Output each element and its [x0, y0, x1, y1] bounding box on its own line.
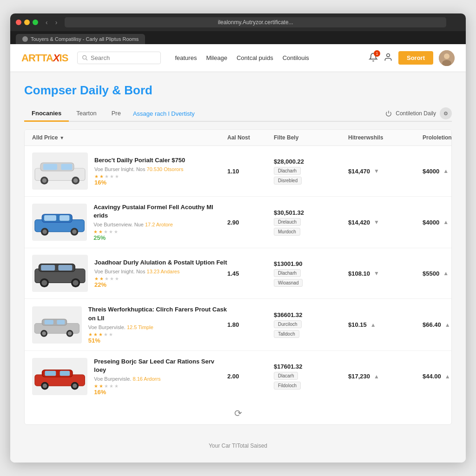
page-footer: Your Car TITotal Saised	[10, 436, 466, 456]
tab-pre[interactable]: Pre	[104, 106, 128, 122]
car-link[interactable]: 17.2 Arotore	[145, 222, 173, 227]
col5-cell: $4000 ▲	[423, 167, 452, 175]
col4-up-button[interactable]: ▲	[370, 321, 377, 329]
cell-tag: Murdoch	[274, 228, 300, 236]
col5-cell: $66.40 ▲	[423, 321, 452, 329]
table-header: Alld Price ▼ Aal Nost Filte Bely Hitreer…	[25, 130, 451, 146]
svg-point-46	[73, 383, 77, 388]
sort-button[interactable]: Sorort	[398, 51, 433, 65]
star-filled-icon: ★	[99, 229, 103, 234]
col3-price: $17601.32	[274, 363, 348, 370]
cell-tag: Disrebled	[274, 177, 302, 185]
col4-down-button[interactable]: ▼	[373, 269, 380, 278]
close-button[interactable]	[16, 20, 21, 25]
minimize-button[interactable]	[24, 20, 30, 25]
col3-tags: DlacarhFildoloch	[274, 372, 348, 390]
col3-tags: DrelauchMurdoch	[274, 218, 348, 236]
col5-up-button[interactable]: ▲	[442, 218, 450, 226]
svg-point-38	[68, 331, 72, 335]
car-image	[32, 204, 87, 241]
car-name: Beroc't Dailly Porialt Caler $750	[94, 156, 185, 165]
car-info: Threis Werforkhuptica: Clirch Farers Pro…	[32, 305, 227, 344]
search-icon	[82, 55, 88, 61]
nav-home[interactable]: features	[175, 54, 197, 61]
cell-tag: Dlacarh	[274, 372, 298, 380]
star-empty-icon: ★	[114, 383, 119, 389]
col4-down-button[interactable]: ▼	[373, 218, 380, 226]
nav-contcal[interactable]: Contcal puids	[237, 54, 273, 61]
cell-tag: Fildoloch	[274, 382, 301, 390]
col4-cell: $108.10 ▼	[348, 269, 423, 278]
user-icon	[383, 53, 393, 62]
car-info: Acavingy Pustaial Formel Fell Acouthy MI…	[32, 203, 227, 241]
star-empty-icon: ★	[110, 174, 114, 179]
col5-up-button[interactable]: ▲	[442, 167, 450, 175]
car-name: Joadhoar Durly Alulation & Postalt Uptio…	[94, 258, 227, 267]
col2-value: 1.45	[227, 270, 274, 277]
forward-button[interactable]: ›	[53, 18, 60, 27]
star-empty-icon: ★	[105, 276, 109, 281]
col4-price: $17,230	[348, 373, 370, 380]
svg-point-2	[387, 53, 390, 57]
nav-links: features Mileage Contcal puids Contiloui…	[175, 54, 359, 61]
star-empty-icon: ★	[104, 229, 108, 234]
svg-rect-26	[58, 265, 72, 271]
load-more[interactable]: ⟳	[25, 402, 451, 424]
col5-cell: $4000 ▲	[423, 218, 452, 226]
load-more-icon[interactable]: ⟳	[234, 408, 242, 419]
car-link[interactable]: 13.23 Andares	[147, 269, 180, 274]
maximize-button[interactable]	[33, 20, 38, 25]
table-row: Acavingy Pustaial Formel Fell Acouthy MI…	[25, 197, 451, 248]
star-filled-icon: ★	[88, 332, 93, 337]
nav-mileage[interactable]: Mileage	[206, 54, 227, 61]
logo-text: ARTTA	[21, 52, 53, 64]
notification-badge: 1	[374, 50, 380, 57]
tab-features[interactable]: Fnocanies	[24, 106, 69, 122]
car-percent: 22%	[94, 281, 227, 288]
col5-up-button[interactable]: ▲	[444, 372, 451, 381]
power-icon	[385, 110, 392, 117]
search-input[interactable]	[91, 54, 156, 61]
car-percent: 16%	[94, 179, 185, 186]
user-icon-button[interactable]	[383, 53, 393, 64]
avatar[interactable]	[439, 50, 455, 66]
col4-down-button[interactable]: ▼	[373, 167, 380, 175]
star-empty-icon: ★	[109, 383, 113, 389]
svg-point-30	[73, 280, 79, 286]
car-details: Acavingy Pustaial Formel Fell Acouthy MI…	[93, 203, 227, 241]
tab-assage[interactable]: Assage rach l Dvertisty	[133, 110, 195, 117]
tab-tearton[interactable]: Tearton	[69, 106, 104, 122]
svg-rect-41	[45, 371, 56, 376]
col3-cell: $28,000.22 DlacharhDisrebled	[274, 158, 348, 185]
col3-tags: DurcilochTalldoch	[274, 320, 348, 338]
col2-value: 2.00	[227, 373, 274, 380]
car-link[interactable]: 12.5 Timple	[127, 324, 153, 330]
notifications-button[interactable]: 1	[369, 53, 378, 64]
search-box[interactable]	[77, 52, 161, 64]
col5-up-button[interactable]: ▲	[444, 321, 451, 329]
browser-tab[interactable]: Touyers & Compatilisy - Carly all Pliptu…	[16, 34, 145, 44]
col-price-header[interactable]: Alld Price ▼	[32, 134, 227, 141]
car-name: Acavingy Pustaial Formel Fell Acouthy MI…	[93, 203, 227, 220]
logo: ARTTAXIS	[21, 52, 68, 64]
completion-icon[interactable]: ⚙	[440, 107, 452, 119]
back-button[interactable]: ‹	[43, 18, 51, 27]
car-link[interactable]: 8.16 Ardorrs	[132, 376, 160, 382]
table-row: Beroc't Dailly Porialt Caler $750 Voe Bu…	[25, 146, 451, 197]
col4-up-button[interactable]: ▲	[373, 372, 380, 381]
svg-point-0	[83, 55, 86, 59]
content: Compser Daily & Bord Fnocanies Tearton P…	[10, 72, 466, 436]
svg-rect-9	[43, 164, 57, 170]
nav-contilouis[interactable]: Contilouis	[283, 54, 309, 61]
svg-rect-33	[45, 320, 53, 324]
car-meta: Voe Burser lnight. Nos 70.530 Otsorors	[94, 166, 185, 172]
car-details: Beroc't Dailly Porialt Caler $750 Voe Bu…	[94, 156, 185, 186]
browser-chrome: ‹ › ilealonmy.Autryzor.certificate...	[10, 13, 466, 31]
address-bar[interactable]: ilealonmy.Autryzor.certificate...	[65, 17, 446, 27]
car-link[interactable]: 70.530 Otsorors	[147, 166, 184, 172]
sort-arrow-icon: ▼	[60, 135, 64, 140]
col4-price: $14,420	[348, 219, 370, 226]
star-filled-icon: ★	[93, 229, 98, 234]
cell-tag: Durciloch	[274, 320, 302, 328]
col5-up-button[interactable]: ▲	[442, 269, 450, 278]
